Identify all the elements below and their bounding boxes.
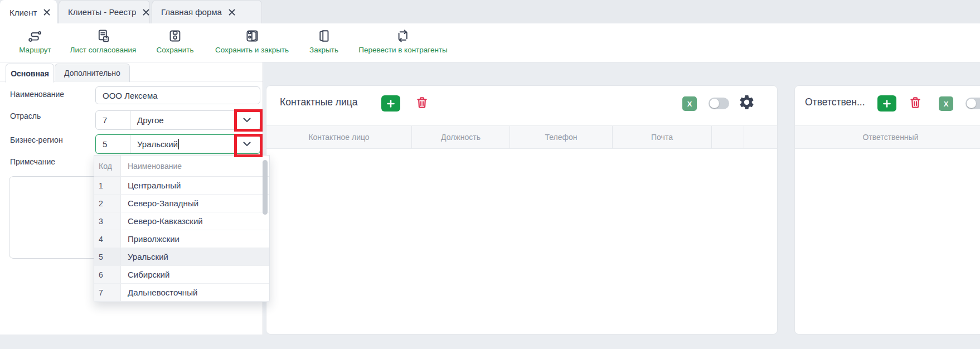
route-icon <box>27 28 42 43</box>
toolbar-button-label: Маршрут <box>19 46 51 54</box>
dropdown-row[interactable]: 6 Сибирский <box>94 266 269 284</box>
toolbar-button-label: Перевести в контрагенты <box>358 46 448 54</box>
responsible-panel: Ответствен... X Ответственный <box>794 85 980 335</box>
route-button[interactable]: Маршрут <box>19 28 51 54</box>
business-region-field-label: Бизнес-регион <box>10 135 63 144</box>
contacts-panel: Контактные лица X Контактное лицо Должно… <box>266 85 778 335</box>
window-tab-client[interactable]: Клиент <box>0 0 57 24</box>
add-responsible-button[interactable] <box>877 95 896 112</box>
contacts-toggle[interactable] <box>709 98 729 109</box>
toggle-knob <box>967 99 976 108</box>
window-tab-label: Главная форма <box>161 7 222 17</box>
convert-icon <box>395 28 410 43</box>
window-tab-bar: Клиент Клиенты - Реестр Главная форма <box>0 0 980 24</box>
save-and-close-button[interactable]: Сохранить и закрыть <box>215 28 289 54</box>
name-field-label: Наименование <box>10 90 64 99</box>
form-tab-label: Основная <box>11 69 49 78</box>
industry-combo: 7 Другое <box>95 110 260 130</box>
business-region-code-value: 5 <box>103 139 107 149</box>
approval-sheet-icon <box>95 28 110 43</box>
column-header-contact[interactable]: Контактное лицо <box>266 126 412 148</box>
add-contact-button[interactable] <box>381 95 400 112</box>
contacts-grid-header: Контактное лицо Должность Телефон Почта <box>266 125 777 149</box>
business-region-code-input[interactable]: 5 <box>96 135 130 153</box>
dropdown-code-column-header: Код <box>94 156 121 176</box>
delete-responsible-button[interactable] <box>908 95 923 111</box>
window-tab-label: Клиенты - Реестр <box>68 7 136 17</box>
row-name: Приволжскии <box>121 230 269 248</box>
approval-sheet-button[interactable]: Лист согласования <box>70 28 137 54</box>
column-header-phone[interactable]: Телефон <box>510 126 613 148</box>
tab-additional[interactable]: Дополнительно <box>55 64 130 82</box>
close-button[interactable]: Закрыть <box>309 28 338 54</box>
responsible-toggle[interactable] <box>966 98 980 109</box>
chevron-down-icon <box>243 142 251 147</box>
responsible-panel-title: Ответствен... <box>805 96 865 108</box>
toolbar: Маршрут Лист согласования Сохранить <box>0 23 980 62</box>
business-region-combo: 5 Уральский <box>95 134 260 154</box>
gear-icon <box>738 94 755 111</box>
close-icon[interactable] <box>43 9 50 16</box>
dropdown-row-selected[interactable]: 5 Уральский <box>94 248 269 266</box>
dropdown-row[interactable]: 4 Приволжскии <box>94 230 269 248</box>
window-tab-clients-registry[interactable]: Клиенты - Реестр <box>59 0 150 23</box>
save-and-close-icon <box>244 28 259 43</box>
excel-x-label: X <box>944 100 949 108</box>
dropdown-row[interactable]: 3 Северо-Кавказский <box>94 212 269 230</box>
responsible-grid-header: Ответственный <box>795 125 980 149</box>
industry-field-label: Отрасль <box>10 112 41 120</box>
text-cursor <box>178 139 179 149</box>
form-tab-label: Дополнительно <box>64 69 120 77</box>
delete-contact-button[interactable] <box>415 95 429 111</box>
close-icon[interactable] <box>229 9 235 16</box>
row-name: Уральский <box>121 248 269 265</box>
column-header-empty <box>712 126 744 148</box>
industry-code-value: 7 <box>103 115 107 125</box>
client-form-window: Клиент Клиенты - Реестр Главная форма Ма… <box>0 0 980 349</box>
column-header-empty <box>744 126 777 148</box>
business-region-dropdown-button[interactable] <box>234 135 260 153</box>
close-icon[interactable] <box>143 9 149 16</box>
row-code: 6 <box>94 266 121 283</box>
row-code: 7 <box>94 284 121 301</box>
trash-icon <box>908 95 923 110</box>
industry-dropdown-button[interactable] <box>234 111 260 129</box>
dropdown-name-column-header: Наименование <box>121 156 269 176</box>
column-header-email[interactable]: Почта <box>613 126 712 148</box>
note-field-label: Примечание <box>10 157 55 166</box>
dropdown-row[interactable]: 2 Северо-Западный <box>94 195 269 212</box>
industry-value-input[interactable]: Другое <box>130 111 234 129</box>
plus-icon <box>387 100 395 108</box>
row-code: 3 <box>94 212 121 230</box>
export-excel-button[interactable]: X <box>682 96 697 111</box>
industry-value-text: Другое <box>137 115 164 125</box>
industry-code-input[interactable]: 7 <box>96 111 130 129</box>
column-header-position[interactable]: Должность <box>412 126 510 148</box>
row-name: Северо-Западный <box>121 195 269 212</box>
name-input[interactable]: ООО Лексема <box>95 86 260 104</box>
window-tab-main-form[interactable]: Главная форма <box>152 0 262 23</box>
business-region-value-input[interactable]: Уральский <box>130 135 234 153</box>
dropdown-row[interactable]: 7 Дальневосточный <box>94 284 269 302</box>
contacts-settings-button[interactable] <box>738 94 755 113</box>
plus-icon <box>883 100 891 108</box>
dropdown-scrollbar[interactable] <box>263 160 268 215</box>
dropdown-row[interactable]: 1 Центральный <box>94 177 269 195</box>
row-code: 5 <box>94 248 121 265</box>
save-icon <box>168 28 183 43</box>
excel-x-label: X <box>687 100 692 108</box>
window-tab-label: Клиент <box>9 8 37 17</box>
door-icon <box>317 28 332 43</box>
dropdown-header-row: Код Наименование <box>94 156 269 177</box>
toolbar-button-label: Сохранить <box>156 46 193 54</box>
row-name: Дальневосточный <box>121 284 269 301</box>
export-excel-button[interactable]: X <box>939 96 953 111</box>
contacts-panel-title: Контактные лица <box>280 96 358 108</box>
convert-to-counterparties-button[interactable]: Перевести в контрагенты <box>358 28 448 54</box>
row-name: Северо-Кавказский <box>121 212 269 230</box>
save-button[interactable]: Сохранить <box>156 28 193 54</box>
trash-icon <box>415 95 429 110</box>
column-header-responsible[interactable]: Ответственный <box>795 126 980 148</box>
tab-main[interactable]: Основная <box>6 64 54 83</box>
row-code: 4 <box>94 230 121 248</box>
